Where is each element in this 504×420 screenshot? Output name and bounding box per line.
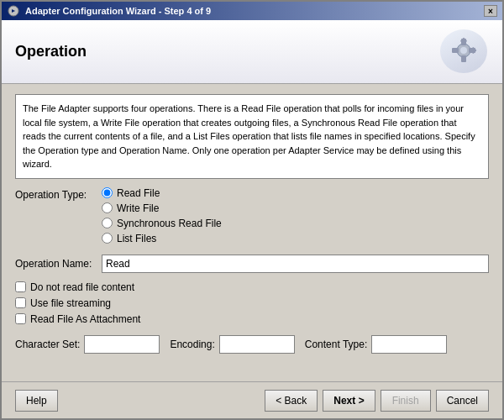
close-button[interactable]: × [484, 5, 497, 17]
page-title: Operation [15, 43, 87, 60]
charset-label: Character Set: [15, 339, 80, 350]
chk-streaming[interactable] [15, 297, 26, 308]
window-title: Adapter Configuration Wizard - Step 4 of… [25, 6, 211, 16]
encoding-label: Encoding: [170, 339, 214, 350]
main-body: The File Adapter supports four operation… [2, 84, 502, 381]
title-bar: Adapter Configuration Wizard - Step 4 of… [2, 2, 502, 20]
cancel-button[interactable]: Cancel [436, 390, 489, 412]
header-section: Operation [2, 20, 502, 84]
radio-read-file[interactable] [102, 187, 113, 198]
description-box: The File Adapter supports four operation… [15, 94, 489, 179]
content-area: Operation [2, 20, 502, 418]
operation-name-label: Operation Name: [15, 258, 95, 270]
checkbox-attachment[interactable]: Read File As Attachment [15, 313, 489, 325]
operation-type-row: Operation Type: Read File Write File [15, 187, 489, 244]
encoding-group: Encoding: [170, 335, 294, 354]
radio-read-file-label: Read File [117, 187, 160, 199]
encoding-row: Character Set: Encoding: Content Type: [15, 335, 489, 354]
form-section: Operation Type: Read File Write File [15, 187, 489, 354]
window-icon [7, 4, 20, 18]
chk-attachment[interactable] [15, 313, 26, 324]
chk-no-read-label: Do not read file content [30, 281, 134, 293]
radio-item-list-files[interactable]: List Files [102, 233, 222, 244]
radio-group: Read File Write File Synchronous Read Fi… [102, 187, 222, 244]
operation-name-row: Operation Name: [15, 255, 489, 273]
content-type-label: Content Type: [305, 339, 368, 350]
radio-write-file-label: Write File [117, 202, 159, 214]
content-type-group: Content Type: [305, 335, 448, 354]
svg-point-3 [460, 47, 467, 54]
radio-sync-read[interactable] [102, 218, 113, 228]
radio-sync-read-label: Synchronous Read File [117, 218, 222, 229]
checkboxes-section: Do not read file content Use file stream… [15, 281, 489, 325]
operation-name-input[interactable] [102, 255, 489, 273]
radio-item-write-file[interactable]: Write File [102, 202, 222, 214]
footer-left: Help [15, 390, 58, 412]
encoding-input[interactable] [219, 335, 295, 354]
radio-list-files[interactable] [102, 233, 113, 244]
help-button[interactable]: Help [15, 390, 58, 412]
radio-item-read-file[interactable]: Read File [102, 187, 222, 199]
svg-rect-6 [452, 48, 459, 53]
checkbox-streaming[interactable]: Use file streaming [15, 297, 489, 309]
operation-type-label: Operation Type: [15, 187, 95, 201]
radio-list-files-label: List Files [117, 233, 156, 244]
description-text: The File Adapter supports four operation… [23, 103, 475, 169]
svg-rect-5 [461, 55, 466, 62]
chk-streaming-label: Use file streaming [30, 297, 111, 309]
radio-write-file[interactable] [102, 202, 113, 213]
gear-icon [438, 29, 489, 75]
title-bar-left: Adapter Configuration Wizard - Step 4 of… [7, 4, 211, 18]
finish-button[interactable]: Finish [381, 390, 431, 412]
checkbox-no-read[interactable]: Do not read file content [15, 281, 489, 293]
wizard-window: Adapter Configuration Wizard - Step 4 of… [0, 0, 504, 420]
footer-right: < Back Next > Finish Cancel [265, 390, 489, 412]
charset-input[interactable] [84, 335, 160, 354]
back-button[interactable]: < Back [265, 390, 318, 412]
chk-attachment-label: Read File As Attachment [30, 313, 140, 325]
footer: Help < Back Next > Finish Cancel [2, 381, 502, 418]
radio-item-sync-read[interactable]: Synchronous Read File [102, 218, 222, 229]
chk-no-read[interactable] [15, 281, 26, 292]
next-button[interactable]: Next > [323, 390, 375, 412]
charset-group: Character Set: [15, 335, 160, 354]
content-type-input[interactable] [371, 335, 447, 354]
